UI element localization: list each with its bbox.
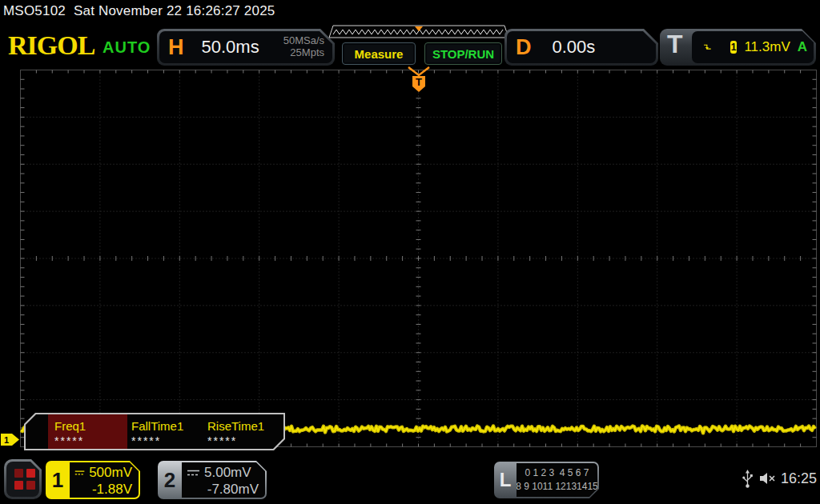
channel1-offset: -1.88V [74, 482, 132, 498]
trigger-source-badge: 1 [730, 41, 738, 54]
channel1-number: 1 [46, 461, 70, 499]
channel2-number: 2 [158, 461, 182, 499]
trigger-marker-letter: T [416, 76, 422, 88]
measurement-risetime-label[interactable]: RiseTime1 [207, 419, 264, 433]
stop-run-button[interactable]: STOP/RUN [424, 42, 502, 65]
trigger-level-value: 11.3mV [744, 39, 790, 55]
measurement-falltime-value: ***** [131, 434, 161, 447]
logic-row-bottom: 8 9 1011 12131415 [516, 480, 598, 494]
logic-label: L [494, 462, 517, 498]
titlebar: MSO5102Sat November 22 16:26:27 2025 [3, 3, 275, 19]
dc-coupling-icon [74, 469, 85, 477]
trigger-label: T [667, 30, 683, 59]
menu-grid-square [26, 469, 35, 478]
measurement-risetime-value: ***** [207, 434, 237, 447]
falling-edge-trigger-icon [703, 40, 712, 54]
clock: 16:25 [781, 470, 817, 487]
logic-row-top: 0 1 2 3 4 5 6 7 [525, 466, 589, 480]
usb-icon [742, 470, 754, 489]
channel1-waveform [0, 67, 820, 451]
channel1-level-marker[interactable]: 1 [0, 433, 21, 446]
horizontal-settings-block[interactable]: H 50.0ms 50MSa/s 25Mpts [157, 29, 335, 66]
model-name: MSO5102 [3, 3, 66, 18]
trigger-chevron [408, 67, 429, 75]
stop-run-button-label: STOP/RUN [432, 47, 494, 61]
channel1-scale: 500mV [89, 465, 132, 481]
measure-button-label: Measure [355, 47, 404, 61]
sample-rate: 50MSa/s [283, 35, 324, 47]
menu-grid-square [14, 481, 23, 490]
datetime: Sat November 22 16:26:27 2025 [74, 3, 275, 18]
trigger-position-marker-icon[interactable]: T [404, 66, 434, 93]
timebase-value: 50.0ms [202, 37, 259, 58]
dc-coupling-icon [187, 469, 200, 477]
measurement-panel: Freq1 ***** FallTime1 ***** RiseTime1 **… [24, 413, 285, 450]
trigger-settings-block[interactable]: T 1 11.3mV A [660, 29, 816, 66]
logic-channels-badge[interactable]: L 0 1 2 3 4 5 6 7 8 9 1011 12131415 [494, 462, 599, 498]
measure-button[interactable]: Measure [342, 42, 416, 65]
delay-value: 0.00s [553, 37, 596, 58]
channel2-badge[interactable]: 2 5.00mV -7.80mV [158, 461, 267, 499]
delay-label: D [516, 35, 532, 60]
trigger-sweep-mode: A [798, 39, 807, 55]
speaker-muted-icon [759, 472, 778, 485]
channel1-level-number: 1 [4, 435, 9, 445]
memory-depth: 25Mpts [283, 47, 324, 59]
menu-grid-square [26, 481, 35, 490]
delay-settings-block[interactable]: D 0.00s [504, 29, 658, 66]
acquisition-info: 50MSa/s 25Mpts [283, 35, 324, 59]
acquisition-mode-badge: AUTO [102, 38, 151, 57]
channel1-badge[interactable]: 1 500mV -1.88V [46, 461, 140, 499]
measurement-freq-value: ***** [54, 434, 84, 447]
timebase-preview[interactable] [328, 25, 509, 39]
rigol-logo: RIGOL [8, 30, 94, 61]
horizontal-label: H [168, 35, 184, 60]
menu-grid-icon[interactable] [4, 459, 42, 499]
menu-grid-square [14, 469, 23, 478]
channel2-scale: 5.00mV [204, 465, 251, 481]
measurement-falltime-label[interactable]: FallTime1 [131, 419, 183, 433]
measurement-freq-label[interactable]: Freq1 [54, 419, 86, 433]
channel2-offset: -7.80mV [187, 482, 259, 498]
